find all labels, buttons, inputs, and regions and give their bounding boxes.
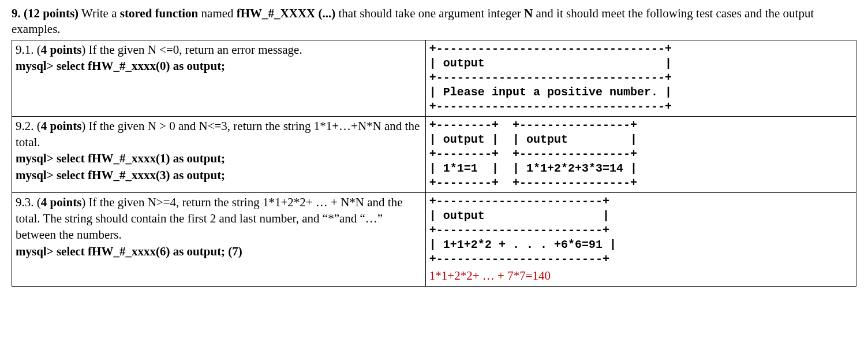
row1-terminal: +---------------------------------+ | ou…	[429, 42, 852, 114]
row2-mysql2: mysql> select fHW_#_xxxx(3) as output;	[16, 168, 225, 182]
intro-mid2: that should take one argument integer	[335, 6, 524, 20]
row3-terminal: +------------------------+ | output | +-…	[429, 194, 852, 266]
row2-terminal: +--------+ +----------------+ | output |…	[429, 118, 852, 190]
stored-function-label: stored function	[120, 6, 199, 20]
row2-right: +--------+ +----------------+ | output |…	[425, 116, 856, 192]
table-row: 9.1. (4 points) If the given N <=0, retu…	[12, 40, 856, 116]
table-row: 9.3. (4 points) If the given N>=4, retur…	[12, 192, 856, 286]
row1-mysql: mysql> select fHW_#_xxxx(0) as output;	[16, 59, 225, 73]
table-row: 9.2. (4 points) If the given N > 0 and N…	[12, 116, 856, 192]
intro-mid1: named	[198, 6, 236, 20]
row3-left: 9.3. (4 points) If the given N>=4, retur…	[12, 192, 426, 286]
row1-left: 9.1. (4 points) If the given N <=0, retu…	[12, 40, 426, 116]
row3-right: +------------------------+ | output | +-…	[425, 192, 856, 286]
intro-pre: Write a	[78, 6, 120, 20]
row2-prefix: 9.2. (	[16, 119, 41, 133]
row2-left: 9.2. (4 points) If the given N > 0 and N…	[12, 116, 426, 192]
row3-points: 4 points	[41, 195, 82, 209]
row3-mysql: mysql> select fHW_#_xxxx(6) as output; (…	[16, 244, 242, 258]
row1-right: +---------------------------------+ | ou…	[425, 40, 856, 116]
q-number: 9. (12 points)	[12, 6, 78, 20]
problem-table: 9.1. (4 points) If the given N <=0, retu…	[12, 40, 856, 287]
row3-prefix: 9.3. (	[16, 195, 41, 209]
function-name: fHW_#_XXXX (...)	[237, 6, 335, 20]
row2-mysql1: mysql> select fHW_#_xxxx(1) as output;	[16, 151, 225, 165]
row2-points: 4 points	[41, 119, 82, 133]
row3-extra-output: 1*1+2*2+ … + 7*7=140	[429, 266, 852, 284]
row1-points: 4 points	[41, 43, 82, 57]
row1-desc: ) If the given N <=0, return an error me…	[81, 43, 302, 57]
arg-n: N	[524, 6, 533, 20]
question-intro: 9. (12 points) Write a stored function n…	[12, 6, 856, 38]
row1-prefix: 9.1. (	[16, 43, 41, 57]
